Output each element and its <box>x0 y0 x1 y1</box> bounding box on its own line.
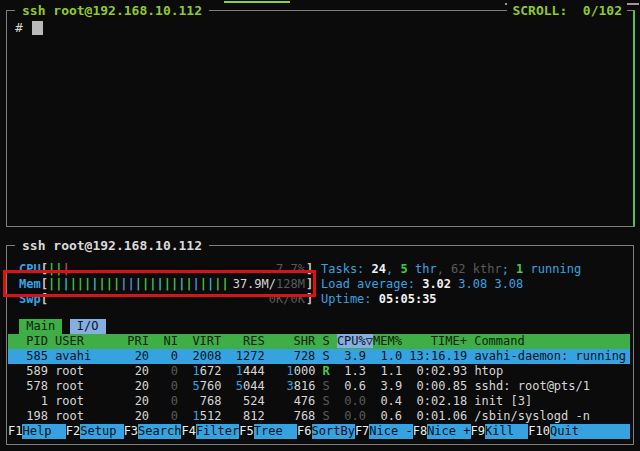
fkey-label-nice[interactable]: Nice - <box>369 424 412 439</box>
fkey-f7[interactable]: F7 <box>355 424 369 439</box>
cell-shr: 768 <box>272 409 315 423</box>
cell-s: S <box>323 394 330 408</box>
cell-cmd: avahi-daemon: running <box>474 349 626 363</box>
fkey-f10[interactable]: F10 <box>528 424 550 439</box>
tasks-segment: 24 <box>372 262 386 276</box>
fkey-f4[interactable]: F4 <box>181 424 195 439</box>
fkey-f1[interactable]: F1 <box>8 424 22 439</box>
tab-gap <box>62 319 69 333</box>
load-average-segment: 3.08 <box>494 277 523 291</box>
cell-gap <box>265 349 272 363</box>
cell-ni: 0 <box>156 349 178 363</box>
cell-res: 044 <box>243 379 265 393</box>
process-row-585[interactable]: 585 avahi 20 0 2008 1272 728 S 3.9 1.0 1… <box>8 349 630 364</box>
fkey-f5[interactable]: F5 <box>239 424 253 439</box>
cell-res: 444 <box>243 364 265 378</box>
cell-cmd: /sbin/syslogd -n <box>474 409 590 423</box>
tab-main[interactable]: Main <box>19 319 62 334</box>
header-text: PID USER PRI NI VIRT RES SHR S <box>19 334 337 348</box>
bottom-pane-title: ssh root@192.168.10.112 <box>15 237 209 254</box>
cell-gap <box>330 349 337 363</box>
fkey-f3[interactable]: F3 <box>124 424 138 439</box>
fkey-label-nice[interactable]: Nice + <box>427 424 470 439</box>
cell-virt: 768 <box>185 394 221 408</box>
process-row-1[interactable]: 1 root 20 0 768 524 476 S 0.0 0.4 0:02.1… <box>8 394 630 409</box>
tab-io[interactable]: I/O <box>70 319 106 334</box>
cell-pri: 20 <box>127 394 149 408</box>
cell-gap <box>221 364 228 378</box>
fkey-label-filter[interactable]: Filter <box>196 424 239 439</box>
sort-column-header[interactable]: CPU%▽ <box>337 334 373 348</box>
cell-ni: 0 <box>156 379 178 393</box>
cell-mem: 3.9 <box>373 379 402 393</box>
tasks-segment: ; <box>502 262 516 276</box>
cell-mem: 1.1 <box>373 364 402 378</box>
fkey-label-search[interactable]: Search <box>138 424 181 439</box>
cell-pid: 585 <box>19 349 48 363</box>
cell-gap <box>330 394 337 408</box>
htop-screen-tabs: Main I/O <box>19 319 106 334</box>
cell-pri: 20 <box>127 409 149 423</box>
cell-virt-magnitude: 1 <box>185 364 199 378</box>
fkey-f2[interactable]: F2 <box>66 424 80 439</box>
cell-gap <box>265 379 272 393</box>
cell-gap <box>330 364 337 378</box>
cell-pri: 20 <box>127 349 149 363</box>
cell-res-magnitude: 1 <box>229 364 243 378</box>
process-table-header[interactable]: PID USER PRI NI VIRT RES SHR S CPU%▽MEM%… <box>8 334 630 349</box>
cell-res: 524 <box>229 394 265 408</box>
fkey-f9[interactable]: F9 <box>471 424 485 439</box>
cell-virt: 008 <box>200 349 222 363</box>
cell-gap <box>330 379 337 393</box>
cell-user: avahi <box>55 349 120 363</box>
process-row-578[interactable]: 578 root 20 0 5760 5044 3816 S 0.6 3.9 0… <box>8 379 630 394</box>
cell-mem: 0.6 <box>373 409 402 423</box>
cell-gap <box>221 394 228 408</box>
cell-gap <box>221 409 228 423</box>
cell-virt: 760 <box>200 379 222 393</box>
uptime-line: Uptime: 05:05:35 <box>321 292 437 307</box>
cell-time: 0:00.85 <box>409 379 467 393</box>
cell-virt-magnitude: 1 <box>185 409 199 423</box>
header-text: MEM% TIME+ Command <box>373 334 525 348</box>
fkey-label-tree[interactable]: Tree <box>254 424 297 439</box>
fkey-label-kill[interactable]: Kill <box>485 424 528 439</box>
cell-pid: 578 <box>19 379 48 393</box>
prompt-char: # <box>15 20 23 35</box>
cell-user: root <box>55 379 120 393</box>
cell-s: S <box>323 379 330 393</box>
fkey-label-quit[interactable]: Quit <box>550 424 630 439</box>
terminal-screen: ssh root@192.168.10.112 SCROLL: 0/102 # … <box>0 0 640 451</box>
cell-gap <box>265 409 272 423</box>
cell-mem: 1.0 <box>373 349 402 363</box>
cell-res: 272 <box>243 349 265 363</box>
tasks-segment: thr <box>408 262 437 276</box>
tasks-segment: 5 <box>400 262 407 276</box>
cell-cmd: sshd: root@pts/1 <box>474 379 590 393</box>
fkey-f8[interactable]: F8 <box>413 424 427 439</box>
fkey-label-sortby[interactable]: SortBy <box>312 424 355 439</box>
cell-time: 0:02.93 <box>409 364 467 378</box>
fkey-f6[interactable]: F6 <box>297 424 311 439</box>
cell-virt-magnitude: 5 <box>185 379 199 393</box>
process-row-589[interactable]: 589 root 20 0 1672 1444 1000 R 1.3 1.1 0… <box>8 364 630 379</box>
fkey-label-help[interactable]: Help <box>22 424 65 439</box>
process-row-198[interactable]: 198 root 20 0 1512 812 768 S 0.0 0.6 0:0… <box>8 409 630 424</box>
function-key-bar: F1Help F2Setup F3SearchF4FilterF5Tree F6… <box>8 424 630 439</box>
cell-s: S <box>323 349 330 363</box>
cell-gap <box>221 349 228 363</box>
mem-annotation-box <box>3 270 316 297</box>
cell-gap <box>315 409 322 423</box>
cell-cpu: 0.0 <box>337 394 366 408</box>
cell-shr-magnitude: 3 <box>272 379 294 393</box>
top-pane[interactable]: ssh root@192.168.10.112 SCROLL: 0/102 # <box>6 10 635 227</box>
fkey-label-setup[interactable]: Setup <box>80 424 123 439</box>
cell-gap <box>265 364 272 378</box>
load-average-segment: 3.08 <box>458 277 494 291</box>
load-average-segment: 3.02 <box>422 277 458 291</box>
cell-shr: 476 <box>272 394 315 408</box>
tasks-line: Tasks: 24, 5 thr, 62 kthr; 1 running <box>321 262 581 277</box>
cell-shr: 728 <box>272 349 315 363</box>
scroll-indicator: SCROLL: 0/102 <box>507 2 627 19</box>
uptime-segment: Uptime: <box>321 292 379 306</box>
